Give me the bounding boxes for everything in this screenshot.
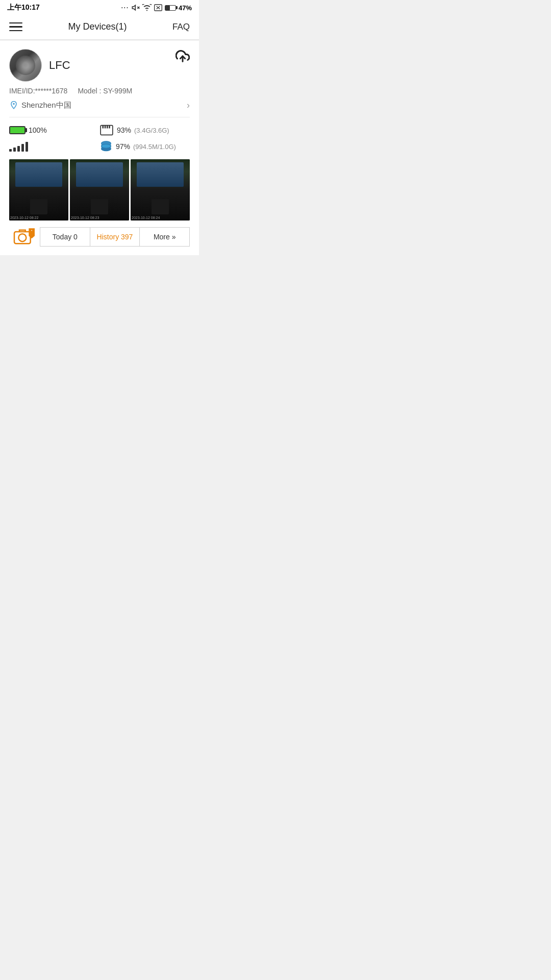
page-title: My Devices(1) — [68, 21, 127, 32]
device-location: Shenzhen中国 — [21, 101, 71, 110]
photo-grid: 2023-10-12 08:22 2023-10-12 08:23 2023-1… — [9, 159, 190, 220]
svg-rect-11 — [105, 126, 106, 129]
today-button[interactable]: Today 0 — [40, 227, 90, 247]
upload-icon[interactable] — [176, 49, 190, 63]
action-buttons: Today 0 History 397 More » — [40, 227, 190, 247]
battery-display: 100% — [9, 126, 47, 134]
device-card: LFC IMEI/ID:******1678 Model : SY-999M S… — [0, 41, 199, 255]
battery-body — [9, 126, 26, 134]
signal-stat-item — [9, 141, 99, 152]
photo-thumb-2[interactable]: 2023-10-12 08:23 — [70, 159, 129, 220]
photo-timestamp-3: 2023-10-12 08:24 — [132, 216, 160, 219]
stats-row-1: 100% 93% (3.4G/3.6G) — [9, 125, 190, 136]
device-model: Model : SY-999M — [78, 87, 132, 95]
photo-timestamp-2: 2023-10-12 08:23 — [71, 216, 99, 219]
svg-rect-12 — [107, 126, 108, 129]
svg-rect-13 — [109, 126, 110, 129]
svg-marker-20 — [29, 228, 35, 238]
database-icon — [99, 141, 113, 152]
photo-icon-area — [9, 227, 40, 247]
svg-rect-10 — [103, 126, 104, 129]
device-left: LFC — [9, 49, 70, 82]
status-bar: 上午10:17 ··· 47% — [0, 0, 199, 14]
storage-detail: (994.5M/1.0G) — [133, 143, 176, 151]
svg-point-19 — [18, 234, 26, 241]
photo-thumb-3[interactable]: 2023-10-12 08:24 — [131, 159, 190, 220]
location-pin-icon — [9, 101, 18, 111]
device-imei: IMEI/ID:******1678 — [9, 87, 67, 95]
sdcard-percent: 93% — [117, 126, 131, 134]
status-icons: ··· 47% — [121, 4, 192, 12]
svg-marker-0 — [132, 5, 135, 10]
camera-tag-icon — [13, 227, 36, 247]
sdcard-icon — [99, 125, 114, 136]
device-avatar — [9, 49, 42, 82]
mute-icon — [132, 4, 140, 12]
battery-stat-item: 100% — [9, 126, 99, 134]
battery-icon — [165, 5, 176, 11]
location-chevron: › — [187, 100, 190, 111]
battery-fill — [10, 127, 24, 133]
history-button[interactable]: History 397 — [90, 227, 140, 247]
storage-stat-item: 97% (994.5M/1.0G) — [99, 141, 190, 152]
battery-percent-stat: 100% — [29, 126, 47, 134]
stats-row-2: 97% (994.5M/1.0G) — [9, 141, 190, 152]
photo-timestamp-1: 2023-10-12 08:22 — [10, 216, 38, 219]
device-top-row: LFC — [9, 49, 190, 82]
svg-point-17 — [102, 144, 111, 148]
photo-thumb-1[interactable]: 2023-10-12 08:22 — [9, 159, 68, 220]
dots-icon: ··· — [121, 5, 129, 11]
svg-point-3 — [146, 10, 147, 11]
status-time: 上午10:17 — [7, 3, 40, 12]
faq-button[interactable]: FAQ — [172, 22, 190, 32]
sim-icon — [154, 4, 162, 11]
location-left: Shenzhen中国 — [9, 101, 71, 111]
battery-percent: 47% — [179, 4, 192, 12]
actions-row: Today 0 History 397 More » — [9, 227, 190, 247]
menu-button[interactable] — [9, 22, 22, 32]
wifi-icon — [142, 4, 152, 11]
sdcard-detail: (3.4G/3.6G) — [134, 127, 169, 134]
header: My Devices(1) FAQ — [0, 14, 199, 40]
more-button[interactable]: More » — [140, 227, 190, 247]
sdcard-stat-item: 93% (3.4G/3.6G) — [99, 125, 190, 136]
location-row[interactable]: Shenzhen中国 › — [9, 100, 190, 117]
device-info-row: IMEI/ID:******1678 Model : SY-999M — [9, 87, 190, 95]
storage-percent: 97% — [116, 142, 130, 151]
svg-point-8 — [13, 103, 15, 105]
device-name: LFC — [49, 59, 70, 72]
signal-bars — [9, 141, 28, 152]
